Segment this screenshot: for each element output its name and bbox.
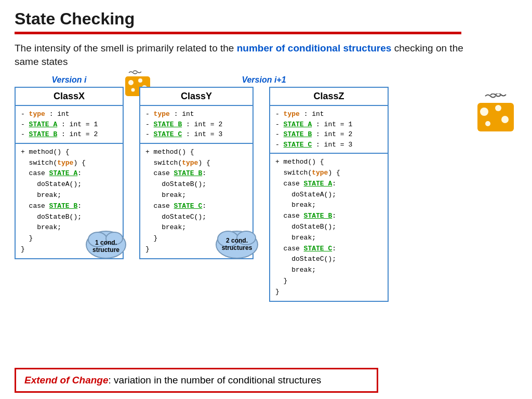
version-i-label: Version i [15, 75, 124, 85]
page-title: State Checking [15, 9, 517, 29]
svg-point-6 [128, 80, 134, 85]
svg-point-1 [480, 108, 488, 116]
intro-part1: The intensity of the smell is primarily … [15, 43, 237, 54]
field-row: - STATE_B : int = 2 [21, 129, 117, 140]
svg-point-2 [495, 105, 501, 111]
class-z-methods: + method() { switch(type) { case STATE_A… [270, 154, 388, 300]
svg-point-4 [485, 121, 490, 126]
svg-point-9 [131, 88, 135, 92]
field-row: - type : int [21, 109, 117, 119]
class-z-header: ClassZ [270, 88, 388, 106]
cloud2-bubble: 2 cond. structures [212, 220, 262, 261]
class-x-header: ClassX [16, 88, 123, 106]
field-row: - STATE_A : int = 1 [21, 119, 117, 130]
version-i1-wrapper: Version Version i+1i+1 ClassY - type : i… [139, 75, 389, 301]
bottom-italic-red: Extend of Change [24, 375, 109, 385]
svg-point-3 [501, 116, 509, 123]
intro-highlight: number of conditional structures [237, 43, 392, 54]
two-classes: ClassY - type : int - STATE_B : int = 2 … [139, 87, 389, 301]
intro-text: The intensity of the smell is primarily … [15, 42, 467, 68]
class-z-wrapper: ClassZ - type : int - STATE_A : int = 1 … [269, 87, 389, 301]
svg-text:structures: structures [222, 244, 252, 251]
svg-point-7 [138, 78, 142, 83]
class-z-fields: - type : int - STATE_A : int = 1 - STATE… [270, 106, 388, 154]
bottom-box: Extend of Change: variation in the numbe… [15, 368, 378, 393]
cheese-top-right [475, 94, 516, 137]
svg-text:1 cond.: 1 cond. [95, 239, 117, 246]
title-underline [15, 32, 461, 34]
cloud1-bubble: 1 cond. structure [83, 222, 129, 261]
svg-text:2 cond.: 2 cond. [226, 237, 248, 244]
class-y-wrapper: ClassY - type : int - STATE_B : int = 2 … [139, 87, 254, 261]
class-y-fields: - type : int - STATE_B : int = 2 - STATE… [140, 106, 252, 144]
class-z-box: ClassZ - type : int - STATE_A : int = 1 … [269, 87, 389, 301]
version-i-wrapper: Version i ClassX - type : int - STATE_A … [15, 75, 124, 261]
class-x-fields: - type : int - STATE_A : int = 1 - STATE… [16, 106, 123, 144]
class-y-header: ClassY [140, 88, 252, 106]
version-i1-label: Version Version i+1i+1 [242, 75, 286, 85]
bottom-rest: : variation in the number of conditional… [109, 375, 322, 385]
svg-text:structure: structure [92, 246, 119, 254]
content-area: Version i ClassX - type : int - STATE_A … [15, 75, 517, 301]
page: State Checking The intensity of the smel… [0, 0, 532, 399]
